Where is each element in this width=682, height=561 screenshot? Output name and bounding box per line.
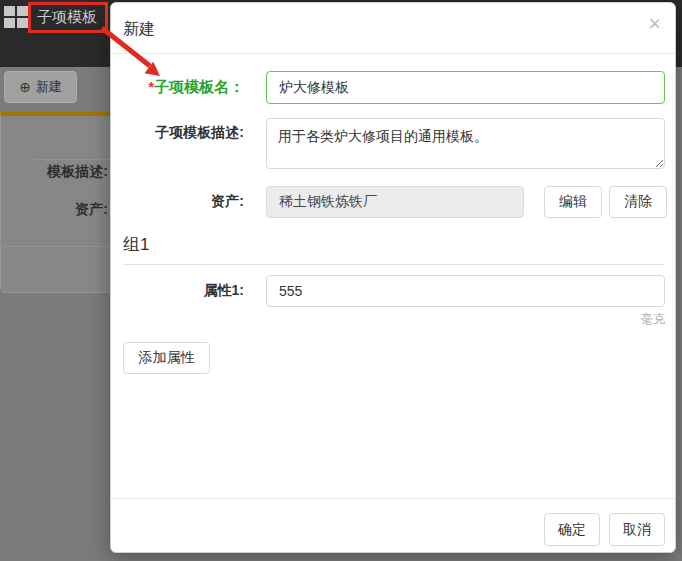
close-icon[interactable]: ×	[648, 13, 661, 35]
add-attribute-button[interactable]: 添加属性	[123, 342, 210, 374]
attribute-row: 属性1:	[123, 275, 665, 307]
plus-circle-icon: ⊕	[19, 80, 31, 94]
template-desc-textarea[interactable]: 用于各类炉大修项目的通用模板。	[266, 118, 665, 169]
attribute-label: 属性1:	[123, 282, 266, 300]
card-divider	[1, 246, 119, 247]
screen: 子项模板 ⊕ 新建 模板描述: 资产: 新建 × *子项模板名： 子项模板描述:…	[0, 0, 682, 561]
asset-label: 资产:	[123, 193, 266, 211]
background-template-desc-label: 模板描述:	[0, 163, 108, 181]
dialog-header: 新建 ×	[111, 3, 675, 54]
footer-divider	[111, 498, 675, 499]
app-grid-icon[interactable]	[4, 6, 28, 29]
asset-clear-button[interactable]: 清除	[609, 186, 667, 218]
group-title: 组1	[123, 233, 149, 256]
asset-input	[266, 186, 524, 218]
template-name-label: *子项模板名：	[123, 78, 266, 97]
asset-edit-button[interactable]: 编辑	[544, 186, 602, 218]
attribute-unit-hint: 毫克	[266, 311, 665, 328]
template-name-row: *子项模板名：	[123, 71, 665, 104]
template-name-input[interactable]	[266, 71, 665, 104]
new-template-dialog: 新建 × *子项模板名： 子项模板描述: 用于各类炉大修项目的通用模板。 资产:…	[110, 2, 676, 553]
group-divider	[123, 264, 665, 265]
background-new-button[interactable]: ⊕ 新建	[4, 71, 77, 103]
background-asset-label: 资产:	[0, 201, 108, 219]
dialog-title: 新建	[123, 3, 155, 54]
template-desc-row: 子项模板描述: 用于各类炉大修项目的通用模板。	[123, 118, 665, 169]
card-divider	[33, 159, 119, 160]
attribute-input[interactable]	[266, 275, 665, 307]
confirm-button[interactable]: 确定	[544, 513, 600, 546]
page-title[interactable]: 子项模板	[37, 8, 97, 27]
background-new-button-label: 新建	[36, 78, 62, 96]
template-desc-label: 子项模板描述:	[123, 124, 266, 142]
cancel-button[interactable]: 取消	[609, 513, 665, 546]
asset-row: 资产: 编辑 清除	[123, 186, 665, 218]
